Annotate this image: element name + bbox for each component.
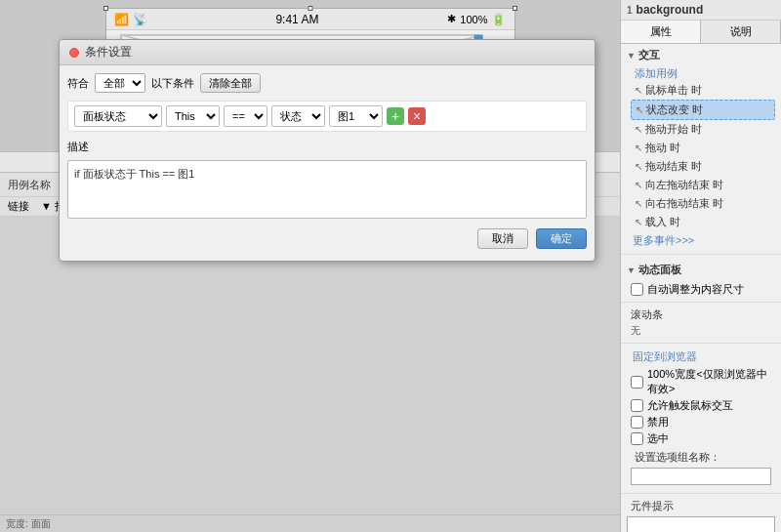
interact-collapse-icon[interactable]: ▼: [627, 51, 636, 61]
widget-hint-label: 元件提示: [627, 498, 775, 514]
status-left: 📶 📡: [114, 13, 147, 26]
cancel-button[interactable]: 取消: [477, 228, 528, 249]
remove-row-button[interactable]: ×: [408, 107, 426, 125]
canvas-area: 📶 📡 9:41 AM ✱ 100% 🔋: [0, 0, 620, 532]
event-item-1[interactable]: ↖ 状态改变 时: [631, 100, 775, 120]
width-option-checkbox[interactable]: [631, 376, 643, 389]
right-panel-title: 1 background: [621, 0, 781, 20]
close-button[interactable]: [69, 48, 79, 58]
event-item-6[interactable]: ↖ 向右拖动结束 时: [631, 194, 775, 213]
condition-footer: 取消 确定: [67, 225, 587, 253]
add-row-button[interactable]: +: [387, 107, 404, 125]
condition-dialog: 条件设置 符合 全部 以下条件 清除全部 面板状态: [59, 39, 596, 262]
scrollbar-section: 滚动条 无: [621, 303, 781, 344]
select-row: 选中: [627, 430, 775, 447]
event-item-3[interactable]: ↖ 拖动 时: [631, 139, 775, 157]
desc-section: 描述 if 面板状态于 This == 图1: [67, 140, 587, 219]
width-option-row: 100%宽度<仅限浏览器中有效>: [627, 366, 775, 397]
event-icon-1: ↖: [636, 104, 643, 115]
mouse-interact-label: 允许触发鼠标交互: [647, 398, 733, 413]
battery-icon: 🔋: [491, 13, 506, 26]
panel-index: 1: [627, 5, 633, 16]
signal-icon: 📶: [114, 13, 129, 26]
cond-col4-select[interactable]: 状态: [271, 105, 325, 127]
animation-collapse-icon[interactable]: ▼: [627, 266, 636, 275]
fix-browser-section: 固定到浏览器 100%宽度<仅限浏览器中有效> 允许触发鼠标交互 禁用 选中 设…: [621, 344, 781, 494]
auto-fit-label: 自动调整为内容尺寸: [647, 282, 744, 297]
more-events-link[interactable]: 更多事件>>>: [627, 231, 775, 250]
set-option-name-label: 设置选项组名称：: [631, 449, 771, 466]
widget-hint-input[interactable]: [627, 516, 775, 532]
condition-dialog-title-label: 条件设置: [85, 44, 132, 61]
mouse-interact-checkbox[interactable]: [631, 399, 643, 412]
animation-title: ▼ 动态面板: [627, 263, 775, 277]
fix-browser-link[interactable]: 固定到浏览器: [627, 348, 775, 366]
desc-label: 描述: [67, 140, 587, 154]
corner-handle-tc[interactable]: [308, 6, 312, 11]
cond-col1-select[interactable]: 面板状态: [74, 105, 162, 127]
link-label: 链接: [8, 199, 29, 214]
event-icon-2: ↖: [635, 124, 642, 135]
tab-description[interactable]: 说明: [701, 20, 781, 43]
event-item-4[interactable]: ↖ 拖动结束 时: [631, 157, 775, 176]
event-icon-3: ↖: [635, 143, 642, 153]
condition-top-row: 符合 全部 以下条件 清除全部: [67, 73, 587, 93]
auto-fit-checkbox[interactable]: [631, 283, 643, 296]
bluetooth-icon: ✱: [447, 13, 456, 25]
animation-section: ▼ 动态面板 自动调整为内容尺寸: [621, 259, 781, 303]
cond-col2-select[interactable]: This: [166, 105, 220, 127]
select-label: 选中: [647, 431, 669, 446]
tab-properties[interactable]: 属性: [621, 20, 701, 43]
status-right: ✱ 100% 🔋: [447, 13, 506, 26]
condition-dialog-title: 条件设置: [60, 40, 595, 65]
condition-row-1: 面板状态 This == 状态 图1 + ×: [67, 101, 587, 132]
expand-arrow[interactable]: ▼: [41, 200, 52, 212]
event-item-7[interactable]: ↖ 载入 时: [631, 213, 775, 231]
wifi-icon: 📡: [133, 13, 147, 26]
phone-statusbar: 📶 📡 9:41 AM ✱ 100% 🔋: [106, 9, 514, 30]
set-option-name-row: 设置选项组名称：: [627, 447, 775, 489]
cond-col5-select[interactable]: 图1: [329, 105, 383, 127]
clear-all-button[interactable]: 清除全部: [200, 73, 261, 93]
event-icon-7: ↖: [635, 217, 642, 227]
bottom-status-bar: 宽度: 面面: [0, 514, 620, 532]
condition-dialog-body: 符合 全部 以下条件 清除全部 面板状态 This =: [60, 65, 595, 261]
interact-section: ▼ 交互 添加用例 ↖ 鼠标单击 时 ↖ 状态改变 时 ↖ 拖动开始 时: [621, 44, 781, 255]
disable-label: 禁用: [647, 415, 669, 430]
event-icon-5: ↖: [635, 180, 642, 190]
right-panel-tabs: 属性 说明: [621, 20, 781, 44]
below-label: 以下条件: [151, 76, 194, 91]
mouse-interact-row: 允许触发鼠标交互: [627, 397, 775, 414]
clock-display: 9:41 AM: [275, 13, 318, 26]
cond-col3-select[interactable]: ==: [224, 105, 267, 127]
event-icon-0: ↖: [635, 85, 642, 96]
event-item-0[interactable]: ↖ 鼠标单击 时: [631, 81, 775, 100]
event-item-2[interactable]: ↖ 拖动开始 时: [631, 120, 775, 139]
confirm-button[interactable]: 确定: [536, 228, 587, 249]
corner-handle-tl[interactable]: [103, 6, 108, 11]
event-icon-6: ↖: [635, 198, 642, 209]
event-item-5[interactable]: ↖ 向左拖动结束 时: [631, 176, 775, 194]
name-label: 用例名称: [8, 178, 51, 192]
select-checkbox[interactable]: [631, 432, 643, 445]
event-list: ↖ 鼠标单击 时 ↖ 状态改变 时 ↖ 拖动开始 时 ↖ 拖动 时 ↖ 拖动: [627, 81, 775, 231]
disable-checkbox[interactable]: [631, 416, 643, 429]
right-panel: 1 background 属性 说明 ▼ 交互 添加用例 ↖ 鼠标单击 时: [620, 0, 781, 532]
match-select[interactable]: 全部: [95, 73, 145, 93]
option-name-input[interactable]: [631, 468, 771, 485]
event-icon-4: ↖: [635, 161, 642, 172]
add-usecase-row: 添加用例: [627, 66, 775, 81]
width-option-label: 100%宽度<仅限浏览器中有效>: [647, 367, 771, 396]
desc-area: if 面板状态于 This == 图1: [67, 160, 587, 219]
panel-title: background: [637, 3, 704, 17]
corner-handle-tr[interactable]: [513, 6, 517, 11]
status-info: 宽度: 面面: [6, 517, 51, 531]
scrollbar-value: 无: [627, 323, 775, 339]
interact-title: ▼ 交互: [627, 48, 775, 62]
match-label: 符合: [67, 76, 89, 91]
add-usecase-link[interactable]: 添加用例: [635, 67, 678, 79]
auto-fit-row: 自动调整为内容尺寸: [627, 281, 775, 298]
scrollbar-label: 滚动条: [627, 307, 775, 323]
desc-text: if 面板状态于 This == 图1: [74, 168, 194, 180]
battery-text: 100%: [460, 14, 487, 25]
